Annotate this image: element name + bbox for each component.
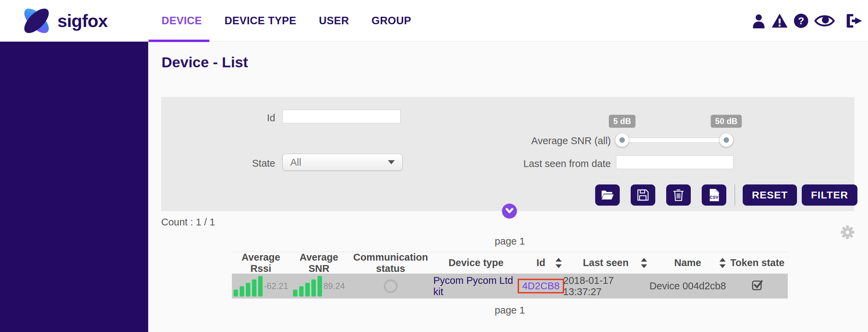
csv-export-icon: CSV — [707, 188, 721, 202]
snr-max-badge: 50 dB — [711, 115, 742, 128]
sort-desc-icon[interactable] — [556, 264, 562, 268]
device-type-link[interactable]: Pycom Pycom Ltd kit — [433, 275, 519, 298]
save-icon — [636, 188, 650, 202]
col-header-name: Name — [648, 257, 727, 268]
table-row: -62.21 89.24 Pycom Pycom Ltd kit 4D2CB8 … — [232, 274, 788, 299]
nav-tab-user[interactable]: USER — [319, 15, 349, 27]
snr-min-badge: 5 dB — [609, 115, 635, 128]
col-header-device-type: Device type — [433, 257, 519, 268]
signal-bars-icon — [234, 276, 263, 296]
chevron-down-icon — [502, 203, 517, 219]
col-header-last-seen: Last seen — [563, 257, 648, 268]
table-header-row: Average Rssi Average SNR Communication s… — [232, 252, 788, 274]
pagination-top[interactable]: page 1 — [232, 231, 788, 252]
help-icon[interactable]: ? — [794, 13, 809, 28]
save-filter-button[interactable] — [631, 184, 655, 206]
export-csv-button[interactable]: CSV — [702, 184, 726, 206]
warning-icon[interactable] — [771, 13, 788, 28]
delete-filter-button[interactable] — [666, 184, 691, 206]
cell-last-seen: 2018-01-17 13:37:27 — [563, 275, 648, 298]
collapse-panel-button[interactable] — [502, 204, 517, 219]
svg-text:CSV: CSV — [710, 195, 718, 200]
trash-icon — [672, 188, 685, 202]
main-nav: DEVICE DEVICE TYPE USER GROUP — [162, 0, 411, 42]
cell-token-state — [727, 279, 788, 293]
open-folder-icon — [601, 188, 614, 202]
sort-desc-icon[interactable] — [719, 264, 726, 268]
state-selected-value: All — [290, 157, 301, 168]
page-title: Device - List — [162, 54, 248, 71]
filter-panel: Id State All Average SNR (all) 5 dB 50 d… — [161, 97, 854, 211]
cell-device-type: Pycom Pycom Ltd kit — [433, 275, 519, 298]
butterfly-logo-icon — [20, 5, 53, 37]
cell-name: Device 004d2cb8 — [648, 280, 727, 292]
col-header-average-rssi: Average Rssi — [232, 252, 290, 274]
checked-checkbox-icon[interactable] — [752, 279, 763, 293]
cell-average-snr: 89.24 — [290, 276, 348, 296]
sort-name-arrows[interactable] — [719, 258, 726, 268]
filter-button[interactable]: FILTER — [802, 184, 857, 206]
id-filter-input[interactable] — [282, 110, 401, 123]
reset-button[interactable]: RESET — [743, 184, 797, 206]
user-icon[interactable] — [752, 13, 766, 28]
eye-icon[interactable] — [814, 13, 835, 28]
snr-slider-min-handle[interactable] — [615, 133, 629, 147]
snr-slider-max-handle[interactable] — [719, 133, 733, 147]
state-filter-select[interactable]: All — [282, 154, 403, 171]
top-bar-icons: ? — [752, 0, 863, 42]
status-ring-icon — [384, 279, 397, 293]
id-filter-label: Id — [161, 112, 275, 124]
nav-tab-device[interactable]: DEVICE — [162, 15, 202, 27]
nav-tab-device-type[interactable]: DEVICE TYPE — [224, 15, 296, 27]
filter-actions: CSV RESET FILTER — [595, 184, 857, 206]
signal-bars-icon — [293, 276, 322, 296]
state-filter-label: State — [161, 158, 275, 169]
left-sidebar — [0, 42, 148, 332]
highlight-box: 4D2CB8 — [518, 279, 564, 293]
pagination-bottom[interactable]: page 1 — [232, 303, 788, 317]
cell-average-rssi: -62.21 — [232, 276, 290, 296]
main-content: Device - List Id State All Average SNR (… — [148, 42, 868, 332]
sort-asc-icon[interactable] — [556, 258, 562, 262]
sort-last-seen-arrows[interactable] — [641, 258, 647, 268]
logo-wordmark: sigfox — [57, 11, 108, 31]
table-settings-gear-icon[interactable] — [840, 225, 855, 241]
col-header-communication-status: Communication status — [348, 252, 433, 274]
nav-tab-group[interactable]: GROUP — [372, 15, 411, 27]
sort-asc-icon[interactable] — [641, 258, 647, 262]
result-count: Count : 1 / 1 — [161, 217, 215, 228]
sort-desc-icon[interactable] — [641, 264, 647, 268]
last-seen-date-input[interactable] — [616, 155, 733, 169]
top-bar: sigfox DEVICE DEVICE TYPE USER GROUP ? — [0, 0, 868, 42]
sigfox-logo[interactable]: sigfox — [20, 5, 108, 37]
snr-filter-label: Average SNR (all) — [497, 135, 611, 147]
snr-slider-track[interactable] — [616, 138, 732, 143]
col-header-token-state: Token state — [727, 257, 788, 268]
col-header-id: Id — [519, 257, 563, 268]
device-table-section: page 1 Average Rssi Average SNR Communic… — [232, 231, 788, 317]
sort-id-arrows[interactable] — [556, 258, 562, 268]
device-id-link[interactable]: 4D2CB8 — [522, 280, 560, 291]
actions-divider — [734, 184, 735, 206]
col-header-average-snr: Average SNR — [290, 252, 348, 274]
cell-communication-status — [348, 279, 433, 293]
sort-asc-icon[interactable] — [719, 258, 726, 262]
logout-icon[interactable] — [846, 13, 863, 28]
select-dropdown-arrow-icon — [388, 160, 395, 164]
active-tab-underline — [149, 40, 209, 42]
cell-device-id: 4D2CB8 — [519, 279, 563, 293]
load-filter-button[interactable] — [595, 184, 620, 206]
last-seen-filter-label: Last seen from date — [497, 158, 611, 169]
svg-text:?: ? — [798, 15, 804, 26]
